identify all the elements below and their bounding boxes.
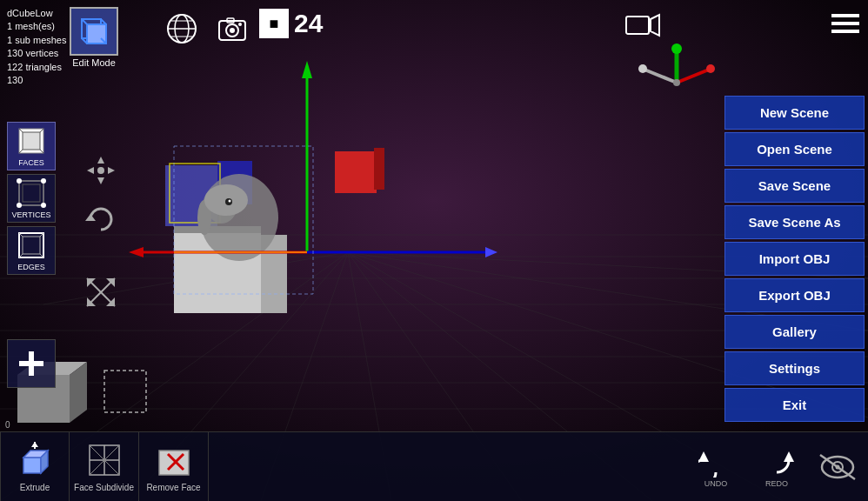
faces-label: FACES [18, 158, 44, 167]
svg-marker-121 [784, 451, 794, 462]
svg-point-72 [17, 178, 22, 184]
undo-label: UNDO [704, 479, 728, 488]
faces-mode-button[interactable]: FACES [7, 122, 56, 170]
svg-point-58 [238, 23, 242, 26]
svg-line-98 [677, 70, 709, 83]
svg-marker-87 [108, 167, 115, 174]
face-subdivide-tool[interactable]: Face Subdivide [70, 432, 139, 502]
selection-indicator [103, 369, 148, 414]
edges-mode-button[interactable]: EDGES [7, 226, 56, 275]
svg-rect-83 [19, 361, 43, 366]
edges-label: EDGES [17, 263, 45, 271]
svg-rect-71 [23, 184, 40, 202]
orientation-widget [638, 43, 716, 122]
svg-marker-85 [97, 177, 104, 184]
export-obj-button[interactable]: Export OBJ [724, 278, 865, 312]
triangle-count: 122 triangles [7, 62, 62, 72]
frame-box: ■ [259, 9, 289, 38]
svg-rect-106 [104, 371, 146, 412]
svg-rect-59 [626, 17, 649, 34]
edit-mode-label: Edit Mode [72, 57, 116, 68]
gallery-button[interactable]: Gallery [724, 315, 865, 349]
svg-point-56 [230, 28, 235, 33]
svg-point-75 [41, 203, 46, 208]
svg-rect-63 [831, 30, 859, 33]
remove-face-tool[interactable]: Remove Face [139, 432, 209, 502]
svg-marker-84 [97, 157, 104, 164]
screenshot-icon[interactable] [216, 12, 249, 49]
bottom-toolbar: Extrude Face Subdivide [0, 431, 868, 501]
svg-point-73 [41, 178, 46, 184]
svg-point-102 [673, 79, 680, 86]
extrude-tool[interactable]: Extrude [0, 432, 70, 502]
add-object-button[interactable] [7, 339, 56, 388]
vertex-count: 130 vertices [7, 48, 58, 58]
info-panel: dCubeLow 1 mesh(es) 1 sub meshes 130 ver… [7, 7, 66, 87]
coord-value: 0 [5, 420, 10, 430]
left-sidebar: FACES VERTICES EDGES [7, 122, 56, 275]
coordinate-bar: 0 [0, 418, 16, 431]
mesh-name: dCubeLow [7, 8, 53, 18]
video-camera-icon[interactable] [624, 12, 661, 42]
svg-point-74 [17, 203, 22, 208]
vertices-mode-button[interactable]: VERTICES [7, 174, 56, 223]
svg-rect-62 [831, 22, 859, 25]
svg-rect-65 [23, 132, 40, 150]
import-obj-button[interactable]: Import OBJ [724, 242, 865, 276]
globe-icon[interactable] [165, 12, 198, 49]
rotate-icon[interactable] [83, 202, 118, 240]
move-icon[interactable] [85, 155, 117, 190]
svg-rect-20 [335, 151, 377, 193]
svg-point-99 [706, 64, 715, 73]
svg-point-101 [638, 64, 647, 73]
undo-button[interactable]: UNDO [685, 432, 746, 502]
svg-marker-60 [651, 15, 659, 36]
sub-mesh-count: 1 sub meshes [7, 35, 66, 45]
open-scene-button[interactable]: Open Scene [724, 132, 865, 166]
svg-marker-120 [698, 451, 709, 462]
svg-rect-21 [374, 148, 384, 190]
svg-point-34 [229, 200, 231, 203]
svg-line-125 [820, 455, 855, 479]
svg-point-88 [97, 167, 104, 174]
save-scene-button[interactable]: Save Scene [724, 169, 865, 203]
extra-count: 130 [7, 75, 23, 85]
remove-face-label: Remove Face [146, 483, 200, 492]
svg-point-97 [671, 43, 682, 54]
face-subdivide-label: Face Subdivide [74, 483, 134, 492]
svg-marker-111 [31, 442, 38, 447]
svg-line-100 [644, 70, 677, 83]
mesh-count: 1 mesh(es) [7, 21, 55, 31]
redo-button[interactable]: REDO [746, 432, 807, 502]
extrude-label: Extrude [20, 483, 50, 492]
vertices-label: VERTICES [12, 210, 51, 219]
frame-counter: ■ 24 [259, 9, 323, 38]
settings-button[interactable]: Settings [724, 351, 865, 385]
edit-mode-icon[interactable] [70, 7, 118, 56]
svg-marker-86 [87, 167, 94, 174]
visibility-toggle-button[interactable] [807, 432, 868, 502]
scale-icon[interactable] [83, 275, 118, 313]
new-scene-button[interactable]: New Scene [724, 96, 865, 130]
frame-number: 24 [294, 9, 323, 38]
hamburger-menu-icon[interactable] [826, 7, 865, 43]
svg-marker-89 [85, 214, 96, 221]
exit-button[interactable]: Exit [724, 388, 865, 422]
save-scene-as-button[interactable]: Save Scene As [724, 205, 865, 239]
svg-rect-61 [831, 14, 859, 17]
svg-rect-107 [23, 458, 41, 473]
right-menu-panel: New Scene Open Scene Save Scene Save Sce… [724, 96, 868, 422]
redo-label: REDO [765, 479, 788, 488]
svg-rect-77 [23, 237, 40, 254]
